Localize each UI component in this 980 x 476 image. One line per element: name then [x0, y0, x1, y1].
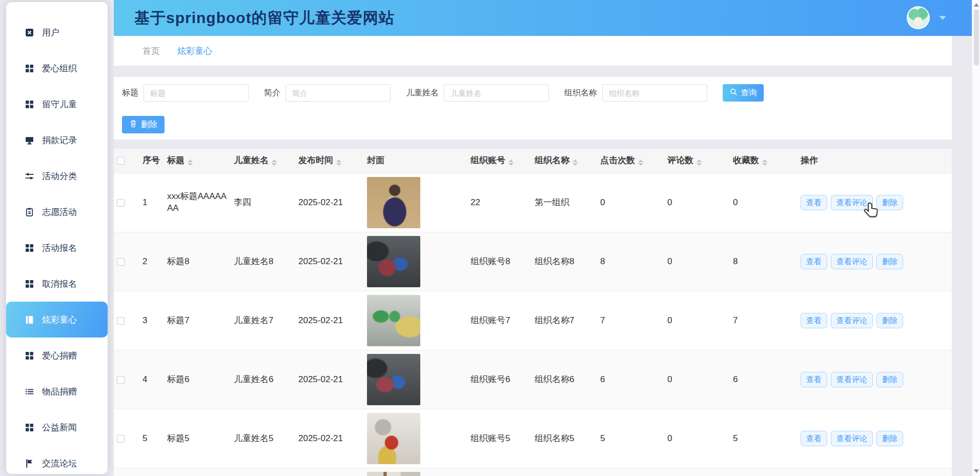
- view-comments-button[interactable]: 查看评论: [831, 195, 873, 210]
- sidebar-item-2[interactable]: 留守儿童: [6, 86, 108, 122]
- view-button[interactable]: 查看: [801, 431, 827, 446]
- avatar[interactable]: [907, 6, 930, 29]
- delete-button[interactable]: 删除: [122, 116, 165, 133]
- sidebar-item-10[interactable]: 物品捐赠: [6, 373, 108, 409]
- row-cell-title: 标题8: [163, 256, 230, 268]
- row-cell-comments: 0: [663, 256, 729, 268]
- view-button[interactable]: 查看: [801, 254, 827, 269]
- sidebar-item-0[interactable]: 用户: [6, 14, 108, 50]
- view-comments-button[interactable]: 查看评论: [831, 313, 873, 328]
- sidebar-item-6[interactable]: 活动报名: [6, 230, 108, 266]
- delete-button-label: 删除: [141, 120, 157, 130]
- cover-image-girl-in-field-photo: [367, 177, 420, 228]
- column-header-2[interactable]: 儿童姓名: [230, 155, 294, 167]
- grid-icon: [25, 100, 34, 109]
- sidebar-item-5[interactable]: 志愿活动: [6, 194, 108, 230]
- chevron-down-icon[interactable]: [939, 16, 946, 20]
- delete-row-button[interactable]: 删除: [876, 254, 903, 269]
- row-checkbox[interactable]: [117, 317, 125, 325]
- delete-row-button[interactable]: 删除: [876, 313, 903, 328]
- cover-image-children-indoor-photo: [367, 236, 420, 287]
- column-header-label: 组织账号: [471, 155, 505, 165]
- column-header-6[interactable]: 组织名称: [530, 155, 596, 167]
- row-checkbox[interactable]: [117, 199, 125, 207]
- view-button[interactable]: 查看: [801, 313, 827, 328]
- row-cell-actions: 查看查看评论删除: [797, 254, 952, 269]
- view-button[interactable]: 查看: [801, 372, 827, 387]
- scroll-up-arrow-icon[interactable]: [974, 3, 979, 7]
- row-cell-cover: [365, 295, 466, 346]
- sliders-icon: [25, 171, 34, 181]
- column-header-label: 序号: [142, 155, 160, 165]
- sort-caret-icon[interactable]: [508, 160, 514, 166]
- row-checkbox[interactable]: [117, 258, 125, 266]
- grid-icon: [25, 351, 34, 361]
- row-cell-org_account: 组织账号7: [466, 315, 530, 327]
- row-cell-child_name: 儿童姓名8: [230, 256, 294, 268]
- vertical-scrollbar[interactable]: [972, 0, 980, 476]
- row-cell-favorites: 7: [729, 315, 797, 327]
- table-row: 查看查看评论删除: [114, 468, 952, 476]
- column-header-4: 封面: [365, 155, 466, 167]
- column-header-label: 发布时间: [298, 155, 333, 165]
- filter-group-2: 儿童姓名: [406, 84, 549, 102]
- filter-input-2[interactable]: [444, 84, 549, 102]
- row-cell-clicks: 0: [596, 197, 663, 209]
- table-row: 5标题5儿童姓名52025-02-21组织账号5组织名称5505查看查看评论删除: [114, 409, 952, 468]
- sort-caret-icon[interactable]: [762, 160, 767, 166]
- column-header-10: 操作: [797, 155, 952, 167]
- sort-caret-icon[interactable]: [272, 160, 277, 166]
- column-header-1[interactable]: 标题: [163, 155, 230, 167]
- column-header-8[interactable]: 评论数: [663, 155, 729, 167]
- main-area: 基于springboot的留守儿童关爱网站 首页 炫彩童心 标题简介儿童姓名组织…: [114, 0, 972, 476]
- sidebar-item-9[interactable]: 爱心捐赠: [6, 338, 108, 373]
- delete-row-button[interactable]: 删除: [876, 372, 903, 387]
- filter-input-1[interactable]: [285, 84, 391, 102]
- row-cell-child_name: 儿童姓名5: [230, 433, 294, 445]
- view-comments-button[interactable]: 查看评论: [831, 254, 873, 269]
- column-header-3[interactable]: 发布时间: [294, 155, 365, 167]
- row-cell-comments: 0: [663, 433, 729, 445]
- breadcrumb-current[interactable]: 炫彩童心: [177, 45, 212, 57]
- sidebar-item-11[interactable]: 公益新闻: [6, 409, 108, 445]
- row-cell-org_name: 组织名称7: [530, 315, 596, 327]
- sort-caret-icon[interactable]: [697, 160, 702, 166]
- row-cell-actions: 查看查看评论删除: [797, 195, 952, 210]
- sort-caret-icon[interactable]: [638, 160, 643, 166]
- filter-label: 儿童姓名: [406, 88, 439, 98]
- sidebar-item-12[interactable]: 交流论坛: [6, 445, 108, 476]
- delete-row-button[interactable]: 删除: [876, 195, 903, 210]
- breadcrumb-home[interactable]: 首页: [142, 45, 160, 57]
- view-comments-button[interactable]: 查看评论: [831, 431, 873, 446]
- row-checkbox[interactable]: [117, 376, 125, 384]
- row-cell-org_name: 组织名称8: [530, 256, 596, 268]
- sort-caret-icon[interactable]: [188, 160, 193, 166]
- scroll-down-arrow-icon[interactable]: [974, 469, 979, 473]
- row-cell-title: 标题6: [163, 374, 230, 386]
- column-header-9[interactable]: 收藏数: [729, 155, 797, 167]
- filter-input-0[interactable]: [144, 84, 249, 102]
- scrollbar-thumb[interactable]: [974, 9, 979, 66]
- row-cell-cover: [365, 236, 466, 287]
- view-comments-button[interactable]: 查看评论: [831, 372, 873, 387]
- sidebar-item-8[interactable]: 炫彩童心: [6, 302, 108, 338]
- filter-label: 简介: [264, 88, 280, 98]
- sidebar-item-3[interactable]: 捐款记录: [6, 122, 108, 158]
- sidebar-item-1[interactable]: 爱心组织: [6, 50, 108, 86]
- row-checkbox[interactable]: [117, 435, 125, 443]
- row-cell-publish_date: 2025-02-21: [294, 256, 365, 268]
- sidebar-item-4[interactable]: 活动分类: [6, 158, 108, 194]
- row-cell-checkbox: [114, 376, 138, 384]
- sort-caret-icon[interactable]: [573, 160, 578, 166]
- search-button[interactable]: 查询: [723, 84, 764, 102]
- row-cell-cover: [365, 413, 466, 464]
- view-button[interactable]: 查看: [801, 195, 827, 210]
- delete-row-button[interactable]: 删除: [876, 431, 903, 446]
- row-cell-index: 1: [138, 197, 163, 209]
- column-header-7[interactable]: 点击次数: [596, 155, 663, 167]
- select-all-checkbox[interactable]: [117, 157, 125, 165]
- column-header-5[interactable]: 组织账号: [466, 155, 530, 167]
- sort-caret-icon[interactable]: [336, 160, 341, 166]
- sidebar-item-7[interactable]: 取消报名: [6, 266, 108, 302]
- filter-input-3[interactable]: [602, 84, 707, 102]
